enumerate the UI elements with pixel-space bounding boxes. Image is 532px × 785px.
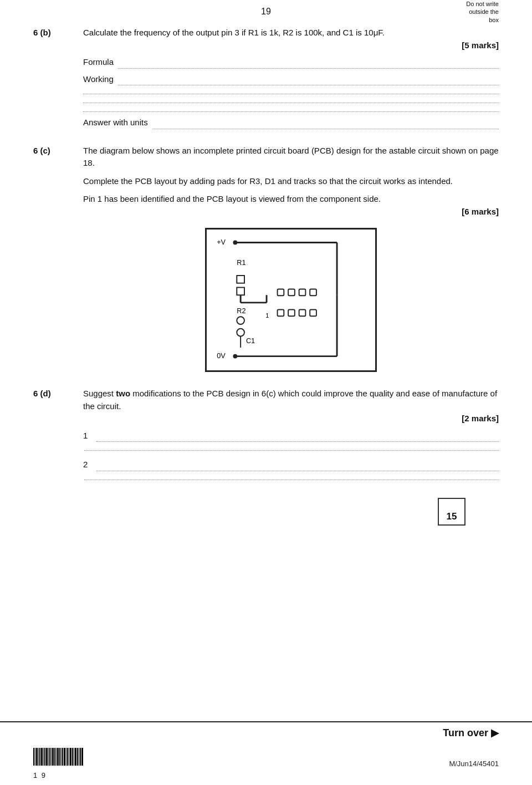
svg-rect-10 <box>49 748 50 766</box>
svg-rect-2 <box>36 748 38 766</box>
formula-label: Formula <box>83 56 114 69</box>
pcb-ic-pad-6 <box>288 310 295 317</box>
q6d-answer2-dots <box>96 466 499 471</box>
formula-row: Formula <box>83 56 499 69</box>
q6d-answer1-dots <box>96 436 499 442</box>
q6d-answer2-dots2 <box>84 475 499 480</box>
pcb-svg: +V R1 <box>207 230 375 370</box>
pcb-r1-label: R1 <box>237 259 245 267</box>
question-6b: 6 (b) Calculate the frequency of the out… <box>33 27 499 131</box>
main-content: 6 (b) Calculate the frequency of the out… <box>33 17 499 481</box>
q6d-text: Suggest two modifications to the PCB des… <box>83 388 499 412</box>
formula-section: Formula <box>83 56 499 69</box>
barcode-area: 1 9 <box>33 748 83 779</box>
q6d-answer1-row2 <box>83 445 499 451</box>
svg-rect-13 <box>54 748 55 766</box>
q6d-marks: [2 marks] <box>83 412 499 425</box>
svg-rect-9 <box>48 748 49 766</box>
q6c-marks: [6 marks] <box>83 206 499 218</box>
pcb-r2-pad2 <box>237 329 244 337</box>
q6d-answer1-dots2 <box>84 445 499 451</box>
working-dots <box>118 80 499 85</box>
svg-rect-7 <box>44 748 45 766</box>
q6d-answer1-row: 1 <box>83 430 499 442</box>
score-box-area: 15 <box>33 498 499 526</box>
q6c-text1: The diagram below shows an incomplete pr… <box>83 145 499 170</box>
formula-dots <box>118 63 499 69</box>
top-header: 19 Do not writeoutside thebox <box>33 0 499 17</box>
svg-rect-30 <box>81 748 83 766</box>
pcb-plusv-label: +V <box>217 238 226 246</box>
svg-rect-27 <box>77 748 78 766</box>
score-value: 15 <box>447 511 457 522</box>
pcb-r1-pad1 <box>237 276 244 283</box>
svg-rect-1 <box>35 748 35 766</box>
exam-code: M/Jun14/45401 <box>449 759 499 768</box>
svg-rect-3 <box>38 748 39 766</box>
turn-over-text: Turn over ▶ <box>443 727 499 739</box>
pcb-ic-pad-2 <box>288 289 295 295</box>
svg-rect-20 <box>66 748 66 766</box>
svg-rect-19 <box>64 748 65 766</box>
q6d-text-bold: two <box>116 389 130 398</box>
q6b-label: 6 (b) <box>33 27 83 37</box>
svg-rect-29 <box>80 748 81 766</box>
svg-rect-22 <box>69 748 69 766</box>
q6d-text-start: Suggest <box>83 389 116 398</box>
pcb-ic-pad-5 <box>278 310 284 317</box>
svg-rect-11 <box>51 748 52 766</box>
svg-rect-12 <box>52 748 54 766</box>
q6c-text3: Pin 1 has been identified and the PCB la… <box>83 193 499 206</box>
pcb-r2-pad1 <box>237 317 244 324</box>
page-number: 19 <box>261 7 271 17</box>
pcb-pin1-label: 1 <box>265 312 269 319</box>
svg-rect-23 <box>70 748 71 766</box>
pcb-ic-pad-4 <box>310 289 316 295</box>
q6b-marks: [5 marks] <box>83 39 499 52</box>
working-line-2 <box>83 89 499 94</box>
answer-section: Answer with units <box>83 116 499 129</box>
answer-row: Answer with units <box>83 116 499 129</box>
q6d-text-end: modifications to the PCB design in 6(c) … <box>83 389 497 411</box>
q6d-label: 6 (d) <box>33 388 83 398</box>
q6c-body: The diagram below shows an incomplete pr… <box>83 145 499 383</box>
q6d-answer2-num: 2 <box>83 458 95 471</box>
working-line-4 <box>83 106 499 112</box>
working-line-3 <box>83 98 499 103</box>
svg-rect-4 <box>39 748 40 766</box>
barcode-svg <box>33 748 83 770</box>
pcb-ic-pad-1 <box>278 289 284 295</box>
q6d-answer2-row2 <box>83 475 499 480</box>
score-box: 15 <box>438 498 466 526</box>
barcode-row: 1 9 M/Jun14/45401 <box>0 743 532 785</box>
svg-rect-5 <box>41 748 43 766</box>
do-not-write-notice: Do not writeoutside thebox <box>466 0 499 24</box>
svg-rect-28 <box>79 748 79 766</box>
answer-label: Answer with units <box>83 116 148 129</box>
pcb-0v-label: 0V <box>217 353 226 360</box>
pcb-diagram: +V R1 <box>205 228 377 372</box>
svg-rect-0 <box>33 748 34 766</box>
q6d-answer2-row: 2 <box>83 458 499 471</box>
q6d-body: Suggest two modifications to the PCB des… <box>83 388 499 481</box>
pcb-ic-pad-3 <box>299 289 306 295</box>
svg-rect-6 <box>43 748 44 766</box>
svg-rect-21 <box>67 748 68 766</box>
pcb-r2-label: R2 <box>237 307 245 315</box>
svg-rect-26 <box>75 748 76 766</box>
svg-rect-24 <box>72 748 73 766</box>
svg-rect-16 <box>59 748 60 766</box>
working-row: Working <box>83 73 499 86</box>
q6b-text: Calculate the frequency of the output pi… <box>83 28 385 37</box>
pcb-ic-pad-8 <box>310 310 316 317</box>
answer-dots <box>152 124 499 129</box>
question-6c: 6 (c) The diagram below shows an incompl… <box>33 145 499 383</box>
pcb-wrapper: +V R1 <box>83 228 499 372</box>
svg-rect-18 <box>62 748 63 766</box>
svg-rect-25 <box>74 748 74 766</box>
svg-rect-17 <box>61 748 62 766</box>
bottom-footer: Turn over ▶ <box>0 721 532 785</box>
turn-over-row: Turn over ▶ <box>0 721 532 743</box>
q6d-answer1-num: 1 <box>83 430 95 442</box>
pcb-c1-label: C1 <box>246 337 255 345</box>
